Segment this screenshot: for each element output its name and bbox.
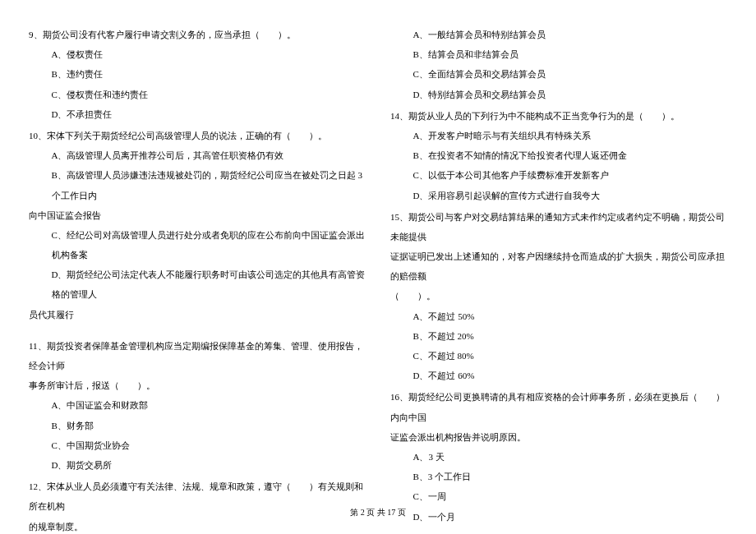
q13-opt-c: C、全面结算会员和交易结算会员	[390, 64, 727, 84]
q14-opt-c: C、以低于本公司其他客户手续费标准开发新客户	[390, 165, 727, 185]
q11-line1: 11、期货投资者保障基金管理机构应当定期编报保障基金的筹集、管理、使用报告，经会…	[29, 336, 366, 375]
q10-opt-c: C、经纪公司对高级管理人员进行处分或者免职的应在公布前向中国证监会派出机构备案	[29, 225, 366, 265]
q11-opt-a: A、中国证监会和财政部	[29, 395, 366, 415]
q15-line1: 15、期货公司与客户对交易结算结果的通知方式未作约定或者约定不明确，期货公司未能…	[390, 207, 727, 246]
q16-line1: 16、期货经纪公司更换聘请的具有相应资格的会计师事务所，必须在更换后（ ）内向中…	[390, 387, 727, 426]
q9-opt-c: C、侵权责任和违约责任	[29, 85, 366, 104]
q13-opt-a: A、一般结算会员和特别结算会员	[390, 25, 727, 44]
q9-opt-a: A、侵权责任	[29, 44, 366, 64]
q15-opt-a: A、不超过 50%	[390, 306, 727, 326]
exam-page: 9、期货公司没有代客户履行申请交割义务的，应当承担（ ）。 A、侵权责任 B、违…	[0, 0, 756, 534]
q14-opt-d: D、采用容易引起误解的宣传方式进行自我夸大	[390, 186, 727, 205]
question-11: 11、期货投资者保障基金管理机构应当定期编报保障基金的筹集、管理、使用报告，经会…	[29, 336, 366, 475]
q16-opt-b: B、3 个工作日	[390, 467, 727, 486]
q9-text: 9、期货公司没有代客户履行申请交割义务的，应当承担（ ）。	[29, 25, 366, 44]
page-footer: 第 2 页 共 17 页	[0, 504, 756, 522]
left-column: 9、期货公司没有代客户履行申请交割义务的，应当承担（ ）。 A、侵权责任 B、违…	[16, 25, 378, 534]
q11-opt-b: B、财务部	[29, 416, 366, 435]
right-column: A、一般结算会员和特别结算会员 B、结算会员和非结算会员 C、全面结算会员和交易…	[378, 25, 740, 534]
q10-opt-a: A、高级管理人员离开推荐公司后，其高管任职资格仍有效	[29, 145, 366, 165]
q11-opt-c: C、中国期货业协会	[29, 435, 366, 455]
q13-opt-b: B、结算会员和非结算会员	[390, 44, 727, 64]
q14-text: 14、期货从业人员的下列行为中不能构成不正当竞争行为的是（ ）。	[390, 106, 727, 126]
q9-opt-d: D、不承担责任	[29, 104, 366, 124]
q15-line3: （ ）。	[390, 286, 727, 306]
q14-opt-a: A、开发客户时暗示与有关组织具有特殊关系	[390, 126, 727, 145]
q11-opt-d: D、期货交易所	[29, 455, 366, 475]
question-15: 15、期货公司与客户对交易结算结果的通知方式未作约定或者约定不明确，期货公司未能…	[390, 207, 727, 386]
q10-opt-d-2: 员代其履行	[29, 305, 366, 325]
q15-opt-c: C、不超过 80%	[390, 346, 727, 366]
q16-line2: 证监会派出机构报告并说明原因。	[390, 427, 727, 447]
q15-opt-d: D、不超过 60%	[390, 366, 727, 385]
q13-opt-d: D、特别结算会员和交易结算会员	[390, 85, 727, 104]
q15-line2: 证据证明已发出上述通知的，对客户因继续持仓而造成的扩大损失，期货公司应承担的赔偿…	[390, 246, 727, 286]
q11-line2: 事务所审计后，报送（ ）。	[29, 375, 366, 395]
q16-opt-a: A、3 天	[390, 447, 727, 467]
q14-opt-b: B、在投资者不知情的情况下给投资者代理人返还佣金	[390, 145, 727, 165]
q15-opt-b: B、不超过 20%	[390, 326, 727, 346]
question-10: 10、宋体下列关于期货经纪公司高级管理人员的说法，正确的有（ ）。 A、高级管理…	[29, 126, 366, 325]
q10-opt-d-1: D、期货经纪公司法定代表人不能履行职务时可由该公司选定的其他具有高管资格的管理人	[29, 265, 366, 304]
question-14: 14、期货从业人员的下列行为中不能构成不正当竞争行为的是（ ）。 A、开发客户时…	[390, 106, 727, 205]
q9-opt-b: B、违约责任	[29, 64, 366, 84]
q10-opt-b-1: B、高级管理人员涉嫌违法违规被处罚的，期货经纪公司应当在被处罚之日起 3 个工作…	[29, 165, 366, 205]
q10-text: 10、宋体下列关于期货经纪公司高级管理人员的说法，正确的有（ ）。	[29, 126, 366, 145]
q10-opt-b-2: 向中国证监会报告	[29, 205, 366, 225]
question-13-opts: A、一般结算会员和特别结算会员 B、结算会员和非结算会员 C、全面结算会员和交易…	[390, 25, 727, 104]
question-9: 9、期货公司没有代客户履行申请交割义务的，应当承担（ ）。 A、侵权责任 B、违…	[29, 25, 366, 124]
